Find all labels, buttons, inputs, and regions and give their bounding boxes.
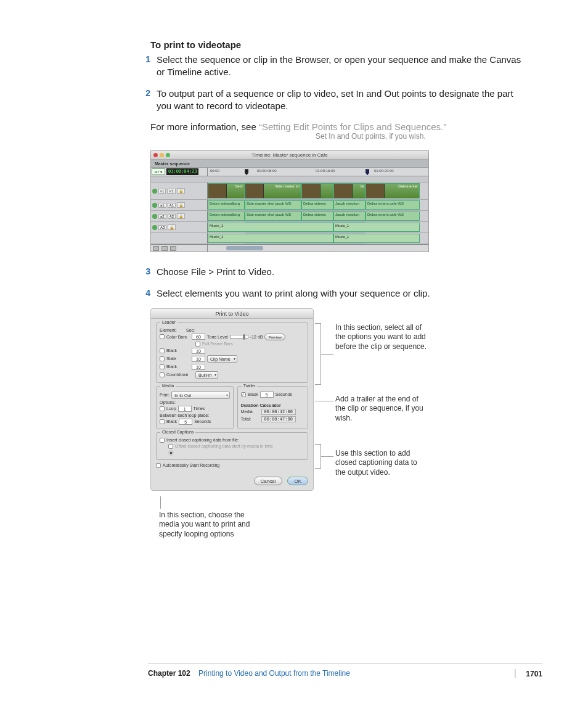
- step-text: Select elements you want to print along …: [157, 287, 530, 300]
- track-dst-label[interactable]: A2: [168, 214, 176, 219]
- track-enable-icon[interactable]: [152, 189, 157, 194]
- cc-insert-checkbox[interactable]: [160, 438, 165, 443]
- track-enable-icon[interactable]: [152, 214, 157, 219]
- timecode-field[interactable]: 01:00:04:23: [166, 168, 198, 175]
- lock-icon[interactable]: 🔒: [177, 213, 185, 219]
- tick-label: 00:00: [210, 169, 219, 173]
- audio-clip[interactable]: Debra enters cafe WS: [365, 200, 420, 210]
- field-label: Times: [194, 406, 205, 411]
- slate-dropdown[interactable]: Clip Name: [207, 355, 237, 363]
- sec-input[interactable]: 10: [192, 364, 205, 370]
- page-number: 1701: [526, 670, 542, 678]
- loop-checkbox[interactable]: [160, 406, 165, 411]
- step-text: Choose File > Print to Video.: [157, 266, 530, 278]
- countdown-checkbox[interactable]: [160, 372, 165, 377]
- chapter-title: Printing to Video and Output from the Ti…: [198, 669, 350, 678]
- black-checkbox[interactable]: [160, 364, 165, 369]
- preview-button[interactable]: Preview: [264, 334, 285, 340]
- field-label: Between each loop place:: [160, 413, 209, 417]
- trailer-black-checkbox[interactable]: [241, 392, 246, 397]
- slate-checkbox[interactable]: [160, 356, 165, 361]
- ruler[interactable]: 00:00 01:00:08:00 01:00:16:00 01:00:24:0…: [208, 168, 428, 176]
- sec-input[interactable]: 5: [260, 392, 274, 398]
- video-clip[interactable]: Ja: [333, 183, 365, 199]
- print-to-video-dialog: Print to Video Leader Element: Sec: Colo…: [150, 308, 314, 491]
- tool-icon[interactable]: [170, 246, 176, 251]
- music-clip[interactable]: Music_1: [333, 223, 420, 232]
- audio-clip[interactable]: Side master shot jacob WS: [245, 211, 301, 221]
- window-title: Timeline: Master sequence in Cafe: [251, 152, 327, 158]
- track-dst-label[interactable]: V1: [167, 189, 175, 194]
- out-point-marker[interactable]: [365, 169, 369, 175]
- music-clip[interactable]: Music_1: [208, 234, 333, 243]
- music-clip[interactable]: Music_1: [208, 223, 333, 232]
- checkbox-label: Slate: [166, 356, 190, 361]
- step-number: 1: [136, 54, 157, 79]
- cc-offset-checkbox: [168, 444, 173, 449]
- checkbox-label: Countdown: [166, 372, 194, 377]
- video-clip[interactable]: [301, 183, 333, 199]
- music-clip[interactable]: Music_1: [333, 234, 420, 243]
- checkbox-label: Full Frame Bars: [202, 342, 233, 346]
- countdown-dropdown[interactable]: Built-in: [195, 371, 218, 379]
- audio-track-row: Music_1 Music_1: [151, 233, 428, 244]
- black-checkbox[interactable]: [160, 348, 165, 353]
- between-black-checkbox[interactable]: [160, 419, 165, 424]
- step-number: 3: [136, 266, 157, 278]
- auto-start-checkbox[interactable]: [156, 463, 161, 468]
- bracket: [315, 444, 321, 469]
- group-label: Closed Captions: [160, 430, 195, 434]
- video-clip[interactable]: Debr: [208, 183, 245, 199]
- checkbox-label: Black: [166, 364, 190, 369]
- sec-input[interactable]: 10: [192, 356, 205, 362]
- sec-input[interactable]: 10: [192, 348, 205, 354]
- sec-input[interactable]: 60: [192, 334, 205, 340]
- in-point-marker[interactable]: [245, 169, 248, 175]
- color-bars-checkbox[interactable]: [160, 334, 165, 339]
- print-dropdown[interactable]: In to Out: [171, 392, 229, 399]
- ok-button[interactable]: OK: [287, 477, 308, 485]
- sec-input[interactable]: 5: [179, 419, 192, 425]
- tool-icon[interactable]: [153, 246, 159, 251]
- loop-input[interactable]: 1: [178, 406, 192, 412]
- group-sublabel: Duration Calculator: [241, 403, 281, 408]
- audio-clip[interactable]: Jacob reaction: [333, 211, 365, 221]
- track-src-label[interactable]: a1: [158, 203, 166, 208]
- field-label: Total:: [241, 417, 259, 421]
- timeline-scrollbar[interactable]: [151, 244, 428, 252]
- info-link[interactable]: “Setting Edit Points for Clips and Seque…: [259, 121, 446, 132]
- track-dst-label[interactable]: A1: [168, 203, 176, 208]
- traffic-light-icons[interactable]: [153, 153, 158, 157]
- file-chooser-icon[interactable]: [168, 450, 174, 456]
- cancel-button[interactable]: Cancel: [254, 477, 283, 485]
- tool-icon[interactable]: [161, 246, 168, 251]
- full-frame-bars-checkbox: [195, 342, 200, 347]
- step-number: 4: [136, 287, 157, 300]
- scroll-thumb[interactable]: [226, 246, 263, 250]
- track-src-label[interactable]: v1: [158, 189, 166, 194]
- annotation-text: Add a trailer at the end of the clip or …: [335, 395, 428, 424]
- rt-button[interactable]: RT ▾: [152, 168, 165, 174]
- track-dst-label[interactable]: A3: [158, 225, 166, 230]
- audio-clip[interactable]: Debra sidewa: [301, 211, 333, 221]
- video-clip[interactable]: Side master sh: [245, 183, 301, 199]
- audio-clip[interactable]: Jacob reaction: [333, 200, 365, 210]
- audio-clip[interactable]: Debra enters cafe WS: [365, 211, 420, 221]
- lock-icon[interactable]: 🔒: [177, 188, 185, 194]
- video-clip[interactable]: Debra enter: [365, 183, 420, 199]
- track-enable-icon[interactable]: [152, 225, 157, 230]
- lock-icon[interactable]: 🔒: [168, 224, 176, 230]
- lock-icon[interactable]: 🔒: [177, 202, 185, 208]
- audio-clip[interactable]: Debra sidewalking: [208, 211, 245, 221]
- step-number: 2: [136, 88, 157, 113]
- audio-clip[interactable]: Side master shot jacob WS: [245, 200, 301, 210]
- audio-clip[interactable]: Debra sidewalking: [208, 200, 245, 210]
- sequence-tab[interactable]: Master sequence: [151, 160, 428, 168]
- field-label: Media:: [241, 409, 259, 414]
- track-src-label[interactable]: a2: [158, 214, 166, 219]
- audio-clip[interactable]: Debra sidewa: [301, 200, 333, 210]
- checkbox-label: Insert closed captioning data from file:: [166, 438, 239, 442]
- track-enable-icon[interactable]: [152, 203, 157, 208]
- field-label: Options:: [160, 400, 176, 404]
- trailer-group: Trailer Black 5 Seconds Duration Calcula…: [237, 386, 308, 429]
